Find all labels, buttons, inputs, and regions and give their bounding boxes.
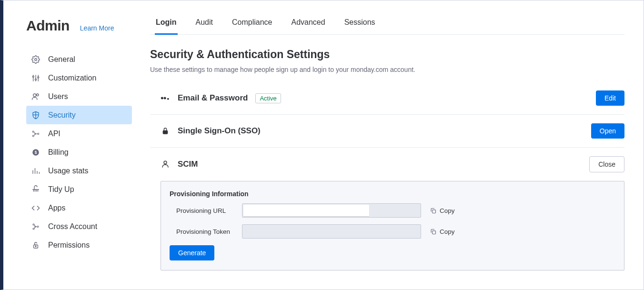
generate-button[interactable]: Generate [170,245,214,260]
sidebar-item-label: Security [48,111,76,120]
sliders-icon [31,73,40,83]
copy-icon [430,207,437,214]
input-wrap [242,224,421,239]
person-icon [161,160,170,169]
chart-icon [31,166,40,176]
field-label: Provisioning URL [176,207,233,214]
svg-point-11 [32,131,34,132]
svg-text:$: $ [35,150,37,155]
tab-sessions[interactable]: Sessions [343,18,376,35]
sidebar-item-label: Cross Account [48,222,97,231]
sidebar-item-security[interactable]: Security [26,106,132,124]
tab-advanced[interactable]: Advanced [291,18,326,35]
code-icon [31,203,40,213]
tab-login[interactable]: Login [155,18,178,35]
section-sso: Single Sign-On (SSO) Open [150,115,624,148]
close-button[interactable]: Close [589,156,624,172]
input-wrap [242,203,421,218]
status-badge-active: Active [255,93,281,103]
svg-point-22 [35,246,36,247]
page-title: Security & Authentication Settings [150,48,624,61]
sidebar-item-general[interactable]: General [26,50,132,69]
monday-logo-icon [161,93,170,103]
sidebar-item-billing[interactable]: $ Billing [26,143,132,161]
users-icon [31,92,40,101]
sidebar-item-label: Apps [48,204,65,212]
svg-point-8 [37,94,39,96]
section-title: Single Sign-On (SSO) [178,126,261,136]
section-email-password: Email & Password Active Edit [150,82,624,115]
sidebar-item-users[interactable]: Users [26,87,132,106]
sidebar-item-usage-stats[interactable]: Usage stats [26,161,132,180]
svg-point-4 [32,76,34,77]
sidebar-item-label: Users [48,92,68,101]
padlock-icon [161,126,170,136]
field-label: Provisioning Token [176,228,233,235]
sidebar-item-tidy-up[interactable]: Tidy Up [26,180,132,199]
provisioning-token-input[interactable] [243,226,420,237]
svg-point-19 [37,226,39,227]
sidebar-nav: General Customization Users Security API [26,50,132,254]
lock-icon [31,240,40,250]
tab-compliance[interactable]: Compliance [231,18,273,35]
main-content: Login Audit Compliance Advanced Sessions… [141,0,644,290]
section-scim: SCIM Close [150,148,624,181]
sidebar: Admin Learn More General Customization U… [3,0,141,290]
copy-url-button[interactable]: Copy [430,207,455,214]
provisioning-url-input[interactable] [243,205,369,216]
svg-point-24 [163,97,166,100]
svg-rect-29 [433,230,436,234]
sidebar-item-label: Tidy Up [48,185,74,194]
shield-icon [31,110,40,120]
copy-token-button[interactable]: Copy [430,228,455,235]
sidebar-item-label: Customization [48,74,96,82]
sidebar-item-permissions[interactable]: Permissions [26,236,132,254]
page-subtitle: Use these settings to manage how people … [150,66,624,73]
sidebar-item-label: Billing [48,148,69,157]
field-row-token: Provisioning Token Copy [170,224,615,239]
network-icon [31,129,40,139]
broom-icon [31,185,40,194]
sidebar-item-label: Permissions [48,241,90,250]
sidebar-item-cross-account[interactable]: Cross Account [26,217,132,236]
svg-point-0 [35,58,37,60]
svg-point-12 [32,135,34,137]
sidebar-item-label: Usage stats [48,167,88,175]
svg-rect-28 [433,210,436,213]
tabs: Login Audit Compliance Advanced Sessions [150,18,624,35]
tab-audit[interactable]: Audit [195,18,214,35]
sidebar-item-apps[interactable]: Apps [26,199,132,217]
nodes-icon [31,222,40,231]
section-title: Email & Password [178,93,248,103]
svg-point-23 [161,97,163,100]
sidebar-item-api[interactable]: API [26,124,132,143]
dollar-icon: $ [31,148,40,157]
gear-icon [31,55,40,64]
panel-title: Provisioning Information [170,190,615,198]
svg-rect-26 [163,130,167,134]
svg-point-6 [38,77,39,78]
sidebar-item-label: API [48,130,60,138]
open-button[interactable]: Open [591,123,624,139]
svg-point-7 [33,94,36,97]
svg-point-13 [38,133,39,134]
admin-title: Admin [26,18,70,34]
svg-point-27 [164,161,167,164]
svg-point-5 [35,79,37,80]
sidebar-item-customization[interactable]: Customization [26,69,132,87]
sidebar-header: Admin Learn More [26,18,132,34]
sidebar-item-label: General [48,55,75,64]
learn-more-link[interactable]: Learn More [80,24,114,32]
svg-point-25 [167,98,169,100]
scim-provisioning-panel: Provisioning Information Provisioning UR… [161,181,624,270]
copy-icon [430,228,437,235]
section-title: SCIM [178,160,198,169]
edit-button[interactable]: Edit [596,90,624,106]
field-row-url: Provisioning URL Copy [170,203,615,218]
